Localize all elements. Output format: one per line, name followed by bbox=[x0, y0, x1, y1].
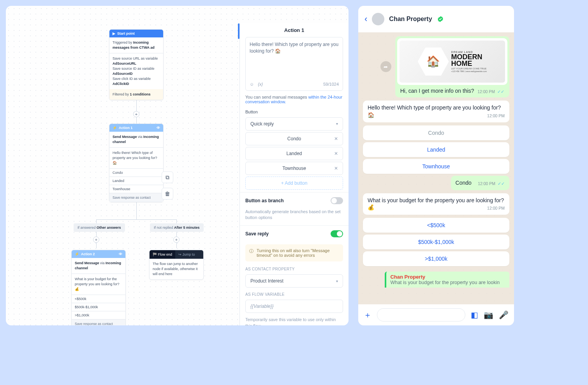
branch-condition-not-replied[interactable]: If not replied After 5 minutes bbox=[150, 223, 204, 232]
node-option: $500k-$1,000k bbox=[72, 303, 125, 311]
remove-icon[interactable]: ✕ bbox=[334, 151, 338, 156]
message-text: Hi, can I get more info on this? bbox=[400, 88, 474, 94]
flow-variable-label: AS FLOW VARIABLE bbox=[240, 289, 349, 298]
node-message-preview: Hello there! Which type of property are … bbox=[109, 147, 163, 168]
phone-preview: ‹ Chan Property ➦ 🏠 DREAM LAND MODERN HO… bbox=[358, 6, 514, 325]
button-option-2[interactable]: Landed ✕ bbox=[245, 147, 343, 160]
phone-footer: ＋ ◧ 📷 🎤 bbox=[358, 304, 514, 325]
node-start-point[interactable]: ▶ Start point Triggered by Incoming mess… bbox=[109, 29, 164, 100]
node-header: ⚡ Action 1 👁 bbox=[109, 124, 163, 132]
node-save-response: Save response as contact bbox=[109, 193, 163, 202]
button-option-3[interactable]: Townhouse ✕ bbox=[245, 162, 343, 175]
branch-condition-answered[interactable]: If answered Other answers bbox=[74, 223, 125, 232]
button-option-1[interactable]: Condo ✕ bbox=[245, 132, 343, 145]
node-send-channel: Send Message via Incoming channel bbox=[72, 258, 125, 274]
eye-icon: 👁 bbox=[157, 126, 160, 130]
node-option: <$500k bbox=[72, 295, 125, 303]
phone-header: ‹ Chan Property bbox=[358, 6, 514, 32]
connector bbox=[96, 219, 176, 220]
quick-reply-condo[interactable]: Condo bbox=[363, 125, 509, 140]
chevron-down-icon: ▾ bbox=[336, 122, 338, 126]
phone-body[interactable]: ➦ 🏠 DREAM LAND MODERN HOME LET YOUR DREA… bbox=[358, 32, 514, 304]
connector bbox=[136, 201, 137, 219]
save-reply-row: Save reply bbox=[240, 225, 349, 242]
message-out-ad: ➦ 🏠 DREAM LAND MODERN HOME LET YOUR DREA… bbox=[395, 36, 509, 97]
sticker-icon[interactable]: ◧ bbox=[471, 310, 478, 320]
node-title: Action 2 bbox=[81, 252, 95, 256]
tab-flow-end[interactable]: 🏁 Flow end bbox=[150, 250, 175, 259]
quick-reply-townhouse[interactable]: Townhouse bbox=[363, 159, 509, 174]
reply-preview: Chan Property What is your budget for th… bbox=[385, 272, 509, 288]
panel-title: Action 1 bbox=[240, 23, 349, 37]
node-header: ⚡ Action 2 👁 bbox=[72, 250, 125, 258]
node-action-2[interactable]: ⚡ Action 2 👁 Send Message via Incoming c… bbox=[71, 250, 126, 325]
chevron-down-icon: ▾ bbox=[336, 279, 338, 283]
tab-jump-to[interactable]: ↪ Jump to bbox=[175, 250, 203, 259]
node-send-channel: Send Message via Incoming channel bbox=[109, 132, 163, 147]
node-option: Landed bbox=[109, 177, 163, 185]
connector bbox=[96, 219, 97, 223]
flow-canvas-panel: + + + ▶ Start point Triggered by Incomin… bbox=[6, 6, 349, 325]
node-filter: Filtered by 1 conditions bbox=[109, 89, 163, 100]
node-trigger: Triggered by Incoming messages from CTWA… bbox=[109, 37, 163, 53]
node-save-response: Save response as contact bbox=[72, 319, 125, 325]
quick-reply-landed[interactable]: Landed bbox=[363, 142, 509, 157]
avatar[interactable] bbox=[372, 13, 384, 25]
read-ticks-icon: ✓✓ bbox=[496, 89, 504, 94]
branch-description: Automatically generate branches based on… bbox=[240, 209, 349, 226]
play-icon: ▶ bbox=[113, 32, 115, 35]
copy-button[interactable]: ⧉ bbox=[162, 171, 173, 183]
eye-icon: 👁 bbox=[119, 252, 122, 256]
message-text: What is your budget for the property you… bbox=[368, 197, 504, 211]
node-option: Condo bbox=[109, 168, 163, 177]
node-option: Townhouse bbox=[109, 185, 163, 193]
plus-icon[interactable]: ＋ bbox=[364, 310, 371, 320]
branch-toggle[interactable] bbox=[331, 197, 343, 204]
back-icon[interactable]: ‹ bbox=[364, 14, 367, 24]
contact-property-label: AS CONTACT PROPERTY bbox=[240, 264, 349, 273]
remove-icon[interactable]: ✕ bbox=[334, 166, 338, 171]
node-flow-end[interactable]: 🏁 Flow end ↪ Jump to The flow can jump t… bbox=[149, 250, 204, 280]
node-title: Action 1 bbox=[119, 126, 133, 130]
mic-icon[interactable]: 🎤 bbox=[499, 310, 509, 320]
connector bbox=[176, 219, 177, 223]
read-ticks-icon: ✓✓ bbox=[496, 181, 505, 186]
add-node-button[interactable]: + bbox=[93, 237, 99, 243]
quick-reply-budget-2[interactable]: $500k-$1,000k bbox=[363, 235, 509, 249]
message-input[interactable] bbox=[377, 308, 465, 321]
camera-icon[interactable]: 📷 bbox=[484, 310, 493, 320]
message-textarea[interactable]: Hello there! Which type of property are … bbox=[245, 37, 343, 91]
add-node-button[interactable]: + bbox=[173, 237, 180, 243]
forward-icon[interactable]: ➦ bbox=[380, 61, 391, 72]
delete-button[interactable]: 🗑 bbox=[162, 188, 173, 200]
emoji-icon[interactable]: ☺ bbox=[250, 82, 254, 87]
warning-banner: ⓘ Turning this on will also turn "Messag… bbox=[245, 244, 343, 261]
message-out-condo: Condo 12:00 PM ✓✓ bbox=[451, 176, 509, 190]
flow-end-tabs: 🏁 Flow end ↪ Jump to bbox=[150, 250, 203, 259]
flow-variable-description: Temporarily save this variable to use on… bbox=[240, 314, 349, 325]
quick-reply-budget-3[interactable]: >$1,000k bbox=[363, 251, 509, 266]
bolt-icon: ⚡ bbox=[113, 126, 117, 130]
contact-name: Chan Property bbox=[389, 16, 432, 23]
message-text: Condo bbox=[456, 180, 472, 186]
button-section-label: Button bbox=[240, 108, 349, 116]
info-icon: ⓘ bbox=[249, 248, 254, 258]
flow-end-description: The flow can jump to another node if ava… bbox=[150, 259, 203, 279]
save-reply-toggle[interactable] bbox=[331, 230, 343, 237]
ad-image: 🏠 DREAM LAND MODERN HOME LET YOUR DREAM … bbox=[400, 41, 505, 83]
message-in-bot2: What is your budget for the property you… bbox=[363, 193, 509, 215]
button-type-select[interactable]: Quick reply ▾ bbox=[245, 117, 343, 131]
quick-reply-budget-1[interactable]: <$500k bbox=[363, 218, 509, 233]
reply-message-preview: What is your budget for the property you… bbox=[390, 280, 505, 285]
reply-contact-name: Chan Property bbox=[390, 274, 505, 280]
node-header: ▶ Start point bbox=[109, 30, 163, 37]
add-node-button[interactable]: + bbox=[133, 111, 139, 117]
message-in-bot1: Hello there! Which type of property are … bbox=[363, 101, 509, 122]
contact-property-select[interactable]: Product Interest ▾ bbox=[245, 274, 343, 288]
remove-icon[interactable]: ✕ bbox=[334, 136, 338, 141]
add-button[interactable]: + Add button bbox=[245, 177, 343, 190]
flow-variable-input[interactable]: {{Variable}} bbox=[245, 300, 343, 313]
branch-label: Button as branch bbox=[245, 198, 284, 203]
node-action-1[interactable]: ⚡ Action 1 👁 Send Message via Incoming c… bbox=[109, 124, 164, 202]
variable-icon[interactable]: {x} bbox=[258, 82, 263, 87]
